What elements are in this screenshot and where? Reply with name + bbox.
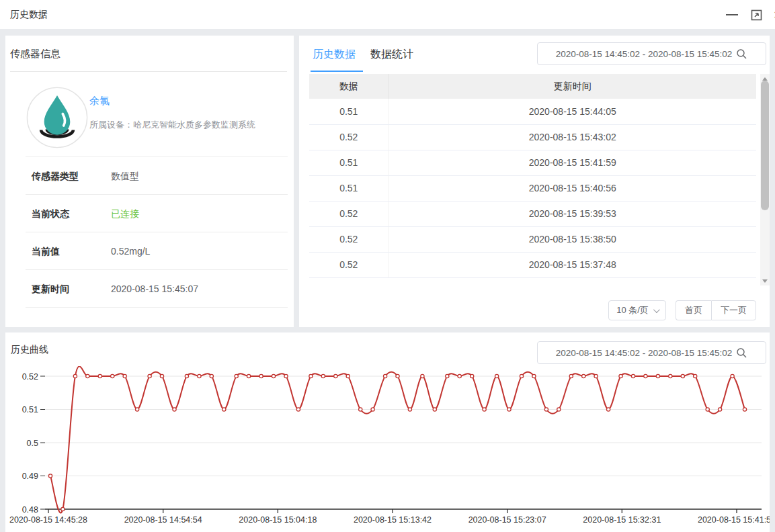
sensor-attributes: 传感器类型 数值型 当前状态 已连接 当前值 0.52mg/L 更新时间 202… bbox=[26, 157, 288, 308]
scrollbar-thumb[interactable] bbox=[761, 81, 769, 210]
sensor-device-label: 所属设备：哈尼克智能水质多参数监测系统 bbox=[89, 119, 255, 131]
curve-panel-title: 历史曲线 bbox=[11, 344, 48, 356]
minimize-button[interactable] bbox=[725, 7, 739, 22]
history-data-window: { "window": { "title": "历史数据", "controls… bbox=[0, 0, 775, 532]
table-date-range-input[interactable]: 2020-08-15 14:45:02 - 2020-08-15 15:45:0… bbox=[537, 42, 766, 65]
tab-data-statistics[interactable]: 数据统计 bbox=[370, 48, 413, 62]
active-tab-underline bbox=[311, 71, 363, 72]
scroll-down-arrow-icon[interactable] bbox=[760, 276, 770, 285]
table-header-row: 数据 更新时间 bbox=[309, 74, 756, 99]
maximize-icon bbox=[751, 9, 762, 21]
titlebar: 历史数据 ✕ bbox=[0, 0, 775, 29]
sensor-status-label: 当前状态 bbox=[32, 208, 69, 220]
tab-history-data[interactable]: 历史数据 bbox=[313, 48, 356, 62]
history-line-chart: 0.480.490.50.510.522020-08-15 14:45:2820… bbox=[5, 366, 770, 532]
svg-text:0.52: 0.52 bbox=[22, 372, 38, 382]
curve-date-range-value: 2020-08-15 14:45:02 - 2020-08-15 15:45:0… bbox=[556, 348, 737, 358]
sensor-panel-title: 传感器信息 bbox=[10, 36, 287, 72]
sensor-update-time-value: 2020-08-15 15:45:07 bbox=[111, 283, 198, 294]
svg-text:2020-08-15 14:45:28: 2020-08-15 14:45:28 bbox=[9, 515, 87, 525]
table-row[interactable]: 0.512020-08-15 15:44:05 bbox=[309, 99, 756, 124]
sensor-type-row: 传感器类型 数值型 bbox=[26, 157, 288, 195]
col-header-data: 数据 bbox=[309, 74, 389, 99]
table-row[interactable]: 0.512020-08-15 15:40:56 bbox=[309, 175, 756, 201]
table-row[interactable]: 0.522020-08-15 15:39:53 bbox=[309, 201, 756, 226]
table-row[interactable]: 0.522020-08-15 15:43:02 bbox=[309, 124, 756, 150]
table-date-range-value: 2020-08-15 14:45:02 - 2020-08-15 15:45:0… bbox=[556, 49, 737, 59]
maximize-button[interactable] bbox=[749, 7, 764, 22]
history-data-panel: 历史数据 数据统计 2020-08-15 14:45:02 - 2020-08-… bbox=[299, 36, 770, 327]
col-header-update-time: 更新时间 bbox=[389, 74, 756, 99]
sensor-type-value: 数值型 bbox=[111, 171, 139, 183]
page-size-select[interactable]: 10 条/页 bbox=[608, 300, 666, 320]
svg-text:2020-08-15 15:41:59: 2020-08-15 15:41:59 bbox=[698, 515, 770, 525]
page-size-value: 10 条/页 bbox=[616, 304, 649, 316]
svg-text:2020-08-15 15:04:18: 2020-08-15 15:04:18 bbox=[239, 515, 317, 525]
sensor-current-value-label: 当前值 bbox=[32, 246, 60, 258]
svg-text:2020-08-15 15:13:42: 2020-08-15 15:13:42 bbox=[354, 515, 432, 525]
sensor-type-label: 传感器类型 bbox=[32, 171, 79, 183]
water-drop-icon bbox=[26, 87, 88, 148]
curve-date-range-input[interactable]: 2020-08-15 14:45:02 - 2020-08-15 15:45:0… bbox=[537, 341, 766, 364]
first-page-button[interactable]: 首页 bbox=[676, 300, 711, 320]
table-row[interactable]: 0.522020-08-15 15:37:48 bbox=[309, 252, 756, 277]
table-scrollbar[interactable] bbox=[760, 74, 770, 285]
sensor-current-value: 0.52mg/L bbox=[111, 246, 150, 257]
history-table-body: 0.512020-08-15 15:44:050.522020-08-15 15… bbox=[309, 99, 756, 277]
search-icon[interactable] bbox=[736, 347, 747, 359]
sensor-current-value-row: 当前值 0.52mg/L bbox=[26, 232, 288, 270]
minimize-icon bbox=[726, 14, 738, 15]
chevron-down-icon bbox=[653, 306, 660, 313]
table-row[interactable]: 0.512020-08-15 15:41:59 bbox=[309, 150, 756, 175]
sensor-name[interactable]: 余氯 bbox=[89, 95, 110, 107]
svg-text:0.5: 0.5 bbox=[27, 439, 38, 448]
close-button[interactable]: ✕ bbox=[770, 7, 775, 22]
sensor-update-time-label: 更新时间 bbox=[32, 283, 69, 296]
table-row[interactable]: 0.522020-08-15 15:38:50 bbox=[309, 226, 756, 252]
svg-text:0.48: 0.48 bbox=[22, 505, 38, 515]
svg-text:0.49: 0.49 bbox=[22, 472, 38, 481]
history-table: 数据 更新时间 0.512020-08-15 15:44:050.522020-… bbox=[309, 74, 766, 285]
history-curve-panel: 历史曲线 2020-08-15 14:45:02 - 2020-08-15 15… bbox=[5, 332, 770, 532]
search-icon[interactable] bbox=[736, 48, 747, 60]
sensor-info-panel: 传感器信息 余氯 所属设备：哈尼克智能水质多参数监测系统 传感器类型 数值型 当… bbox=[5, 36, 294, 327]
pagination: 10 条/页 首页 下一页 bbox=[608, 300, 756, 320]
sensor-update-time-row: 更新时间 2020-08-15 15:45:07 bbox=[26, 270, 288, 308]
sensor-status-row: 当前状态 已连接 bbox=[26, 195, 288, 232]
next-page-button[interactable]: 下一页 bbox=[711, 300, 756, 320]
window-title: 历史数据 bbox=[10, 0, 48, 29]
svg-text:2020-08-15 15:23:07: 2020-08-15 15:23:07 bbox=[468, 515, 546, 525]
svg-text:2020-08-15 15:32:31: 2020-08-15 15:32:31 bbox=[583, 515, 661, 525]
svg-text:2020-08-15 14:54:54: 2020-08-15 14:54:54 bbox=[124, 515, 202, 525]
sensor-status-value: 已连接 bbox=[111, 208, 139, 220]
svg-text:0.51: 0.51 bbox=[22, 405, 38, 414]
